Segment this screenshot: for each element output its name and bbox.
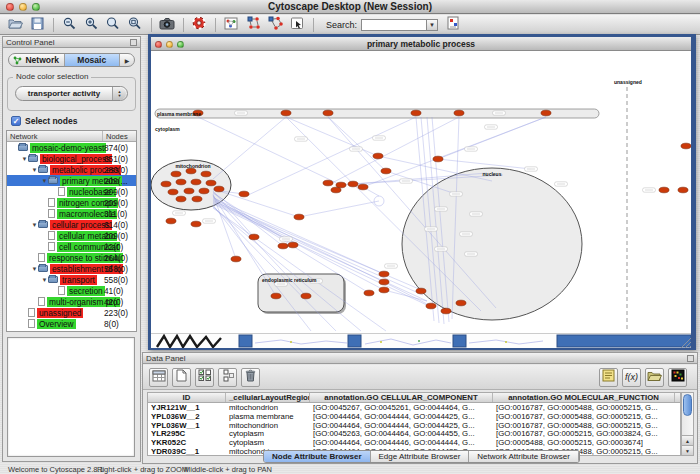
float-panel-icon[interactable]	[130, 39, 137, 46]
vizmapper-button[interactable]	[222, 17, 240, 33]
save-button[interactable]	[28, 17, 46, 33]
column-molecular-function[interactable]: annotation.GO MOLECULAR_FUNCTION	[493, 393, 675, 402]
zoom-fit-button[interactable]	[126, 17, 144, 33]
tree-item-cellular-metabo[interactable]: cellular metabo209(0)	[7, 230, 136, 241]
node-color-selection-group: Node color selection transporter activit…	[7, 77, 136, 111]
bottom-strip-decoration	[151, 334, 691, 348]
notes-button[interactable]	[599, 368, 618, 387]
import-button[interactable]	[645, 368, 664, 387]
tree-item-primary-metabo[interactable]: ▼primary metabo209(...	[7, 175, 136, 186]
tree-item-cellular-process[interactable]: ▼cellular process614(0)	[7, 219, 136, 230]
matrix-button[interactable]	[668, 368, 687, 387]
plugin-manager-button[interactable]	[444, 17, 462, 33]
network-view-window: primary metabolic process plasma membran…	[148, 34, 696, 350]
graph-node	[199, 188, 209, 194]
select-nodes-checkbox[interactable]: ✓	[11, 116, 21, 126]
tree-item-nucleobase-[interactable]: nucleobase-209(0)	[7, 186, 136, 197]
graph-node	[541, 110, 551, 116]
zoom-in-button[interactable]	[82, 17, 100, 33]
tree-expand-arrow[interactable]: ▼	[31, 167, 38, 173]
tree-item-secretion[interactable]: secretion41(0)	[7, 285, 136, 296]
search-input[interactable]	[361, 19, 427, 31]
table-row[interactable]: YPL036W__1mitochondrion[GO:0044464, GO:0…	[148, 421, 680, 430]
tab-network[interactable]: Network	[9, 54, 65, 66]
tree-item-establishment-of-lo[interactable]: ▼establishment of lo558(0)	[7, 263, 136, 274]
network-graph: plasma membranecytoplasmmitochondrionnuc…	[151, 51, 691, 333]
matrix-icon	[671, 369, 685, 385]
tab-edge-attribute-browser[interactable]: Edge Attribute Browser	[371, 451, 470, 462]
network-window-titlebar[interactable]: primary metabolic process	[151, 37, 691, 51]
table-cell: [GO:0044464, GO:0044444, GO:0044425, G..…	[310, 421, 493, 430]
table-button[interactable]	[149, 368, 168, 387]
toolbar-icons	[6, 17, 320, 33]
attribute-table-header: ID _cellularLayoutRegion annotation.GO C…	[148, 393, 680, 403]
tree-item-mosaic-demo-yeast[interactable]: mosaic-demo-yeast874(0)	[7, 142, 136, 153]
unassigned-label: unassigned	[614, 79, 642, 85]
graph-node	[161, 181, 171, 187]
tree-item-metabolic-process[interactable]: ▼metabolic process280(0)	[7, 164, 136, 175]
table-cell: cytoplasm	[226, 438, 310, 447]
table-row[interactable]: YKR052Ccytoplasm[GO:0044464, GO:0044446,…	[148, 438, 680, 447]
tree-expand-arrow[interactable]: ▼	[31, 266, 38, 272]
tree-item-response-to-stimulu[interactable]: response to stimulu264(0)	[7, 252, 136, 263]
column-id[interactable]: ID	[148, 393, 226, 402]
tree-item-nitrogen-compo[interactable]: nitrogen compo209(0)	[7, 197, 136, 208]
float-data-panel-icon[interactable]	[687, 355, 694, 362]
network-canvas[interactable]: plasma membranecytoplasmmitochondrionnuc…	[151, 51, 691, 333]
node-color-dropdown[interactable]: transporter activity ▲▼	[15, 86, 128, 101]
scrollbar-thumb[interactable]	[683, 394, 692, 416]
tree-item-transport[interactable]: ▼transport558(0)	[7, 274, 136, 285]
folder-icon	[38, 265, 48, 272]
column-cellular-component[interactable]: annotation.GO CELLULAR_COMPONENT	[310, 393, 493, 402]
formula-button[interactable]: f(x)	[622, 368, 641, 387]
network-window-title: primary metabolic process	[151, 39, 691, 49]
zoom-selected-button[interactable]	[104, 17, 122, 33]
table-scrollbar[interactable]: ▲ ▼	[681, 392, 694, 456]
import-icon	[647, 370, 662, 385]
tree-item-biological-process[interactable]: ▼biological_process651(0)	[7, 153, 136, 164]
graph-node	[348, 181, 358, 187]
tree-expand-arrow[interactable]: ▼	[31, 222, 38, 228]
scroll-down-button[interactable]: ▼	[682, 445, 693, 455]
file-icon	[38, 297, 45, 306]
zoom-out-button[interactable]	[60, 17, 78, 33]
tree-column-nodes[interactable]: Nodes	[103, 131, 136, 141]
tree-item-unassigned[interactable]: unassigned223(0)	[7, 307, 136, 318]
layout-a-button[interactable]	[244, 17, 262, 33]
tree-item-multi-organism-pro[interactable]: multi-organism pro42(0)	[7, 296, 136, 307]
delete-attribute-button[interactable]	[241, 368, 260, 387]
open-file-button[interactable]	[6, 17, 24, 33]
tree-expand-arrow[interactable]: ▼	[41, 277, 48, 283]
file-icon	[48, 209, 55, 218]
network-overview-panel[interactable]	[7, 337, 135, 457]
search-dropdown-arrow-icon[interactable]: ▼	[427, 19, 438, 31]
tab-overflow-button[interactable]: ▶	[120, 54, 134, 66]
tab-node-attribute-browser[interactable]: Node Attribute Browser	[264, 451, 371, 462]
tab-mosaic[interactable]: Mosaic	[65, 54, 121, 66]
table-cell: YLR295C	[148, 429, 226, 438]
new-doc-button[interactable]	[172, 368, 191, 387]
tab-network-attribute-browser[interactable]: Network Attribute Browser	[469, 451, 578, 462]
graph-node	[288, 242, 298, 248]
dropdown-stepper-icon: ▲▼	[112, 87, 126, 100]
table-row[interactable]: YPL036W__2plasma membrane[GO:0044464, GO…	[148, 412, 680, 421]
tree-column-network[interactable]: Network	[7, 131, 103, 141]
tree-item-cell-communicat[interactable]: cell communicat22(0)	[7, 241, 136, 252]
snapshot-button[interactable]	[158, 17, 176, 33]
table-cell: [GO:0016787, GO:0005488, GO:0005215, G..…	[493, 421, 675, 430]
graph-node	[681, 143, 691, 149]
unselect-attributes-button[interactable]	[218, 368, 237, 387]
tree-item-overview[interactable]: Overview8(0)	[7, 318, 136, 329]
column-layout-region[interactable]: _cellularLayoutRegion	[226, 393, 310, 402]
tree-expand-arrow[interactable]: ▼	[41, 178, 48, 184]
annotation-button[interactable]	[288, 17, 306, 33]
table-row[interactable]: YLR295Ccytoplasm[GO:0045263, GO:0044464,…	[148, 429, 680, 438]
tree-item-macromolecule[interactable]: macromolecule311(0)	[7, 208, 136, 219]
select-attributes-button[interactable]	[195, 368, 214, 387]
toolbar-separator	[53, 18, 54, 32]
layout-b-button[interactable]	[266, 17, 284, 33]
tree-expand-arrow[interactable]: ▼	[21, 156, 28, 162]
help-button[interactable]	[190, 17, 208, 33]
table-row[interactable]: YJR121W__1mitochondrion[GO:0045267, GO:0…	[148, 403, 680, 412]
scroll-up-button[interactable]: ▲	[682, 435, 693, 445]
